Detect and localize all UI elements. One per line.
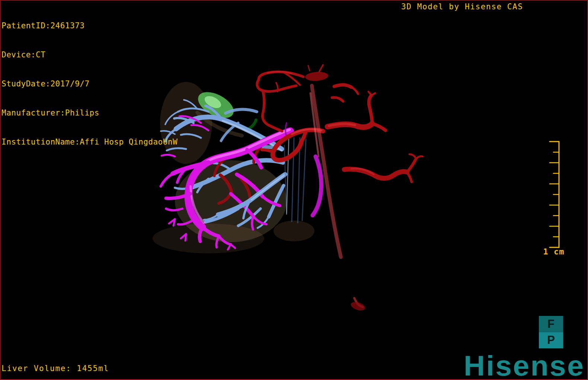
gastric-artery-loop bbox=[257, 72, 303, 131]
viewport-title: 3D Model by Hisense CAS bbox=[401, 2, 523, 12]
fp-logo-bottom-letter: P bbox=[539, 332, 563, 349]
device: Device:CT bbox=[1, 50, 178, 60]
portal-confluence-model bbox=[280, 99, 311, 151]
institution-name: InstitutionName:Affi Hosp QingdaoUnW bbox=[1, 137, 178, 147]
patient-id: PatientID:2461373 bbox=[1, 21, 178, 31]
patient-info-block: PatientID:2461373 Device:CT StudyDate:20… bbox=[1, 1, 178, 166]
renal-artery bbox=[344, 154, 423, 182]
fp-logo-icon: F P bbox=[539, 316, 563, 348]
application-window: PatientID:2461373 Device:CT StudyDate:20… bbox=[0, 0, 588, 380]
manufacturer: Manufacturer:Philips bbox=[1, 108, 178, 118]
superior-mesenteric-vein-model bbox=[313, 156, 321, 215]
liver-volume-readout: Liver Volume: 1455ml bbox=[1, 364, 109, 373]
fp-logo-top-letter: F bbox=[539, 316, 563, 332]
scale-ruler bbox=[550, 142, 559, 247]
ruler-scale-label: 1 cm bbox=[540, 247, 568, 257]
hisense-wordmark: Hisense bbox=[464, 349, 585, 380]
study-date: StudyDate:2017/9/7 bbox=[1, 79, 178, 89]
